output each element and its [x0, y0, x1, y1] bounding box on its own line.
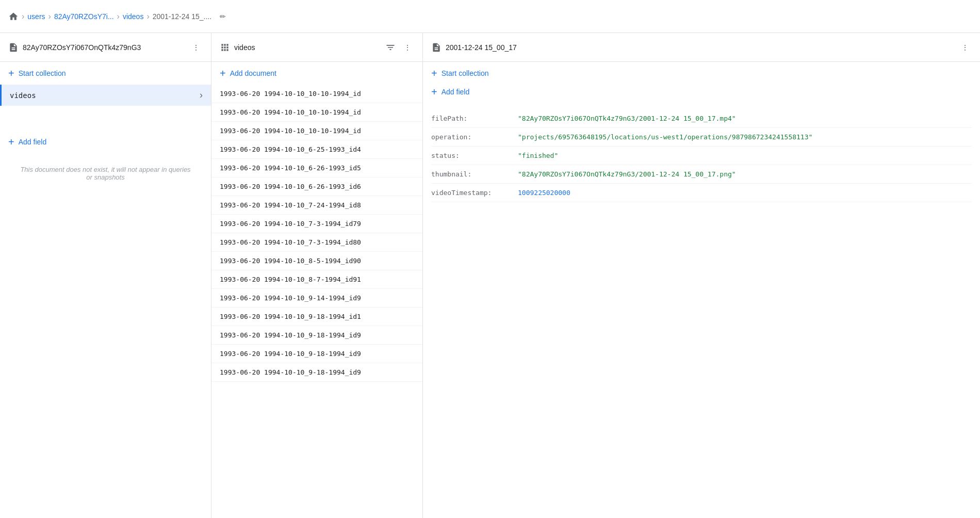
main-content: 82Ay70RZOsY7i067OnQTk4z79nG3 ⋮ + Start c…	[0, 33, 980, 518]
field-value: "82Ay70RZOsY7i067OnQTk4z79nG3/2001-12-24…	[518, 170, 736, 178]
breadcrumb-bar: › users › 82Ay70RZOsY7i... › videos › 20…	[0, 0, 980, 33]
breadcrumb-current-doc: 2001-12-24 15_....	[153, 12, 211, 21]
panel-middle-collection-icon	[220, 42, 230, 53]
field-key: filePath:	[431, 115, 514, 122]
panel-left-header: 82Ay70RZOsY7i067OnQTk4z79nG3 ⋮	[0, 33, 211, 62]
filter-icon[interactable]	[382, 39, 399, 56]
document-list: 1993-06-20 1994-10-10_10-10-1994_id1993-…	[211, 85, 422, 382]
doc-item[interactable]: 1993-06-20 1994-10-10_10-10-1994_id	[211, 103, 422, 122]
ghost-text: This document does not exist, it will no…	[0, 153, 211, 193]
panel-right-header: 2001-12-24 15_00_17 ⋮	[423, 33, 980, 62]
panel-left-title: 82Ay70RZOsY7i067OnQTk4z79nG3	[23, 43, 185, 52]
breadcrumb-sep-4: ›	[146, 12, 149, 21]
doc-item[interactable]: 1993-06-20 1994-10-10_9-14-1994_id9	[211, 289, 422, 307]
breadcrumb-document[interactable]: 82Ay70RZOsY7i...	[54, 12, 114, 21]
doc-item[interactable]: 1993-06-20 1994-10-10_9-18-1994_id9	[211, 326, 422, 345]
add-field-plus-icon-left: +	[8, 137, 14, 147]
doc-item[interactable]: 1993-06-20 1994-10-10_7-24-1994_id8	[211, 196, 422, 215]
videos-label: videos	[10, 91, 200, 100]
panel-left: 82Ay70RZOsY7i067OnQTk4z79nG3 ⋮ + Start c…	[0, 33, 211, 518]
field-list: filePath:"82Ay70RZOsY7i067OnQTk4z79nG3/2…	[423, 105, 980, 206]
add-document-label: Add document	[230, 69, 276, 77]
right-add-field-label: Add field	[442, 88, 469, 96]
doc-item[interactable]: 1993-06-20 1994-10-10_9-18-1994_id9	[211, 363, 422, 382]
field-row: thumbnail:"82Ay70RZOsY7i067OnQTk4z79nG3/…	[431, 165, 972, 184]
field-key: thumbnail:	[431, 170, 514, 178]
right-add-field-plus-icon: +	[431, 87, 437, 97]
doc-item[interactable]: 1993-06-20 1994-10-10_8-7-1994_id91	[211, 270, 422, 289]
right-start-collection-btn[interactable]: + Start collection	[423, 62, 980, 85]
breadcrumb-sep-3: ›	[117, 12, 120, 21]
field-value: "finished"	[518, 152, 558, 159]
panel-right-title: 2001-12-24 15_00_17	[446, 43, 954, 52]
collection-item-arrow-icon: ›	[200, 90, 203, 101]
field-value: "projects/695763648195/locations/us-west…	[518, 133, 812, 141]
breadcrumb-sep-1: ›	[22, 12, 24, 21]
start-collection-plus-icon: +	[8, 68, 14, 78]
add-field-label-left: Add field	[19, 138, 46, 146]
panel-right: 2001-12-24 15_00_17 ⋮ + Start collection…	[423, 33, 980, 518]
doc-item[interactable]: 1993-06-20 1994-10-10_9-18-1994_id9	[211, 345, 422, 363]
doc-item[interactable]: 1993-06-20 1994-10-10_7-3-1994_id79	[211, 215, 422, 233]
field-value: "82Ay70RZOsY7i067OnQTk4z79nG3/2001-12-24…	[518, 115, 736, 122]
doc-item[interactable]: 1993-06-20 1994-10-10_10-10-1994_id	[211, 85, 422, 103]
videos-collection-item[interactable]: videos ›	[0, 85, 211, 106]
right-start-collection-plus-icon: +	[431, 68, 437, 78]
start-collection-label: Start collection	[19, 69, 66, 77]
add-document-plus-icon: +	[220, 68, 226, 78]
panel-left-menu-btn[interactable]: ⋮	[189, 40, 203, 55]
right-add-field-btn[interactable]: + Add field	[423, 85, 980, 105]
panel-middle-header: videos ⋮	[211, 33, 422, 62]
panel-middle-menu-btn[interactable]: ⋮	[401, 39, 414, 56]
panel-right-menu-btn[interactable]: ⋮	[958, 40, 972, 55]
panel-middle-title: videos	[234, 43, 378, 52]
doc-item[interactable]: 1993-06-20 1994-10-10_7-3-1994_id80	[211, 233, 422, 252]
doc-item[interactable]: 1993-06-20 1994-10-10_8-5-1994_id90	[211, 252, 422, 270]
panel-middle: videos ⋮ + Add document 1993-06-20 1994-…	[211, 33, 423, 518]
right-start-collection-label: Start collection	[442, 69, 489, 77]
breadcrumb-users[interactable]: users	[27, 12, 45, 21]
doc-item[interactable]: 1993-06-20 1994-10-10_6-26-1993_id5	[211, 159, 422, 177]
edit-icon[interactable]: ✏	[217, 9, 229, 24]
panel-left-body: + Start collection videos › + Add field …	[0, 62, 211, 518]
start-collection-btn[interactable]: + Start collection	[0, 62, 211, 85]
field-key: videoTimestamp:	[431, 189, 514, 197]
field-value: 1009225020000	[518, 189, 570, 197]
panel-right-body: + Start collection + Add field filePath:…	[423, 62, 980, 518]
field-key: operation:	[431, 133, 514, 141]
panel-right-actions: ⋮	[958, 40, 972, 55]
panel-middle-actions: ⋮	[382, 39, 414, 56]
field-row: filePath:"82Ay70RZOsY7i067OnQTk4z79nG3/2…	[431, 109, 972, 128]
field-row: operation:"projects/695763648195/locatio…	[431, 128, 972, 147]
doc-item[interactable]: 1993-06-20 1994-10-10_10-10-1994_id	[211, 122, 422, 140]
field-key: status:	[431, 152, 514, 159]
doc-item[interactable]: 1993-06-20 1994-10-10_6-26-1993_id6	[211, 177, 422, 196]
panel-left-doc-icon	[8, 42, 19, 53]
home-icon[interactable]	[8, 11, 19, 22]
add-field-btn-left[interactable]: + Add field	[0, 131, 211, 153]
add-document-btn[interactable]: + Add document	[211, 62, 422, 85]
breadcrumb-sep-2: ›	[48, 12, 51, 21]
field-row: status:"finished"	[431, 147, 972, 165]
breadcrumb-collection[interactable]: videos	[123, 12, 143, 21]
doc-item[interactable]: 1993-06-20 1994-10-10_9-18-1994_id1	[211, 307, 422, 326]
doc-item[interactable]: 1993-06-20 1994-10-10_6-25-1993_id4	[211, 140, 422, 159]
panel-left-actions: ⋮	[189, 40, 203, 55]
panel-middle-body: + Add document 1993-06-20 1994-10-10_10-…	[211, 62, 422, 518]
field-row: videoTimestamp:1009225020000	[431, 184, 972, 202]
panel-right-doc-icon	[431, 42, 442, 53]
